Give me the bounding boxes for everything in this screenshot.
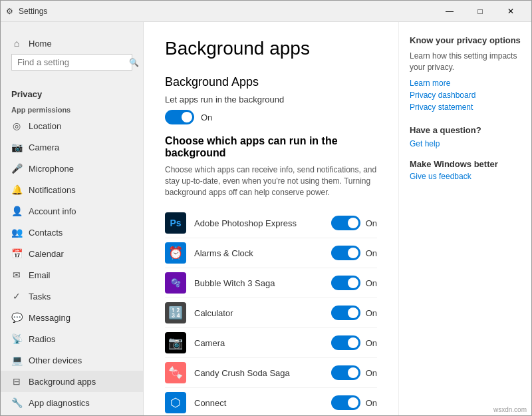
privacy-dashboard-link[interactable]: Privacy dashboard xyxy=(410,91,521,100)
app-name-candy: Candy Crush Soda Saga xyxy=(194,368,323,378)
contacts-icon: 👥 xyxy=(11,227,22,238)
home-label: Home xyxy=(29,39,52,49)
toggle-knob xyxy=(348,367,358,378)
toggle-bubble[interactable] xyxy=(331,276,360,290)
choose-section-title: Choose which apps can run in the backgro… xyxy=(165,135,377,159)
app-toggle-area-camera: On xyxy=(331,335,377,350)
app-name-connect: Connect xyxy=(194,398,323,408)
toggle-label-clock: On xyxy=(366,248,377,258)
toggle-knob xyxy=(348,337,358,348)
sidebar-item-background-apps[interactable]: ⊟ Background apps xyxy=(1,371,143,392)
app-row: 📷 Camera On xyxy=(165,328,377,358)
app-container: ⌂ Home 🔍 Privacy App permissions ◎ Locat… xyxy=(1,22,531,416)
main-toggle-label: On xyxy=(201,112,212,122)
app-name-photoshop: Adobe Photoshop Express xyxy=(194,218,323,228)
app-toggle-area-photoshop: On xyxy=(331,216,377,230)
sidebar-item-camera[interactable]: 📷 Camera xyxy=(1,136,143,158)
toggle-label-camera: On xyxy=(366,338,377,348)
app-row: ⏰ Alarms & Clock On xyxy=(165,238,377,268)
sidebar: ⌂ Home 🔍 Privacy App permissions ◎ Locat… xyxy=(1,22,144,416)
toggle-knob xyxy=(348,308,358,318)
toggle-clock[interactable] xyxy=(331,246,360,260)
other-devices-icon: 💻 xyxy=(11,355,22,365)
sidebar-item-microphone[interactable]: 🎤 Microphone xyxy=(1,158,143,179)
toggle-label-photoshop: On xyxy=(366,218,377,228)
main-toggle[interactable] xyxy=(165,110,194,124)
sidebar-item-email[interactable]: ✉ Email xyxy=(1,264,143,286)
app-diagnostics-icon: 🔧 xyxy=(11,397,22,408)
notifications-icon: 🔔 xyxy=(11,184,22,195)
minimize-button[interactable]: — xyxy=(434,1,465,22)
sidebar-item-account[interactable]: 👤 Account info xyxy=(1,200,143,222)
learn-more-link[interactable]: Learn more xyxy=(410,79,521,88)
sidebar-item-label: Background apps xyxy=(29,377,96,387)
toggle-photoshop[interactable] xyxy=(331,216,360,230)
sidebar-item-location[interactable]: ◎ Location xyxy=(1,115,143,136)
toggle-camera[interactable] xyxy=(331,335,360,350)
feedback-link[interactable]: Give us feedback xyxy=(410,172,521,181)
main-content: Background apps Background Apps Let apps… xyxy=(144,22,398,416)
app-icon-photoshop: Ps xyxy=(165,212,186,234)
app-permissions-label: App permissions xyxy=(1,102,143,115)
app-name-clock: Alarms & Clock xyxy=(194,248,323,258)
privacy-statement-link[interactable]: Privacy statement xyxy=(410,103,521,112)
sidebar-item-tasks[interactable]: ✓ Tasks xyxy=(1,286,143,307)
close-button[interactable]: ✕ xyxy=(495,1,526,22)
sidebar-item-calendar[interactable]: 📅 Calendar xyxy=(1,243,143,264)
choose-desc: Choose which apps can receive info, send… xyxy=(165,164,377,198)
know-title: Know your privacy options xyxy=(410,35,521,45)
sidebar-item-label: Email xyxy=(29,270,51,280)
sidebar-item-auto-file[interactable]: ⬇ Automatic file downloads xyxy=(1,413,143,416)
toggle-knob xyxy=(348,397,358,408)
toggle-label-candy: On xyxy=(366,368,377,378)
sidebar-item-label: Tasks xyxy=(29,292,51,302)
sidebar-item-app-diagnostics[interactable]: 🔧 App diagnostics xyxy=(1,392,143,413)
search-input[interactable] xyxy=(17,57,129,67)
sidebar-item-notifications[interactable]: 🔔 Notifications xyxy=(1,179,143,200)
app-icon-camera: 📷 xyxy=(165,332,186,353)
sidebar-item-label: Notifications xyxy=(29,185,76,195)
toggle-candy[interactable] xyxy=(331,365,360,380)
sidebar-item-label: Radios xyxy=(29,334,55,344)
toggle-label-calculator: On xyxy=(366,308,377,318)
app-icon-clock: ⏰ xyxy=(165,242,186,264)
windows-better-title: Make Windows better xyxy=(410,159,521,169)
background-apps-icon: ⊟ xyxy=(11,376,22,387)
right-panel: Know your privacy options Learn how this… xyxy=(398,22,531,416)
sidebar-item-home[interactable]: ⌂ Home xyxy=(11,33,132,54)
app-row: 🔢 Calculator On xyxy=(165,298,377,328)
microphone-icon: 🎤 xyxy=(11,163,22,174)
title-bar-controls: — □ ✕ xyxy=(434,1,526,22)
sidebar-item-other-devices[interactable]: 💻 Other devices xyxy=(1,349,143,371)
toggle-connect[interactable] xyxy=(331,395,360,410)
toggle-knob xyxy=(182,112,192,122)
app-row: ⬡ Connect On xyxy=(165,388,377,416)
settings-icon: ⚙ xyxy=(6,7,13,16)
toggle-calculator[interactable] xyxy=(331,306,360,320)
app-name-calculator: Calculator xyxy=(194,308,323,318)
maximize-button[interactable]: □ xyxy=(465,1,495,22)
watermark: wsxdn.com xyxy=(493,406,527,413)
app-toggle-area-calculator: On xyxy=(331,306,377,320)
sidebar-item-contacts[interactable]: 👥 Contacts xyxy=(1,222,143,243)
get-help-link[interactable]: Get help xyxy=(410,139,521,148)
app-icon-connect: ⬡ xyxy=(165,392,186,413)
sidebar-search[interactable]: 🔍 xyxy=(11,54,132,71)
sidebar-item-messaging[interactable]: 💬 Messaging xyxy=(1,307,143,328)
calendar-icon: 📅 xyxy=(11,248,22,259)
location-icon: ◎ xyxy=(11,120,22,131)
app-row: Ps Adobe Photoshop Express On xyxy=(165,208,377,238)
app-toggle-area-candy: On xyxy=(331,365,377,380)
account-icon: 👤 xyxy=(11,206,22,216)
app-name-camera: Camera xyxy=(194,338,323,348)
know-desc: Learn how this setting impacts your priv… xyxy=(410,51,521,73)
camera-nav-icon: 📷 xyxy=(11,142,22,152)
question-section: Have a question? Get help xyxy=(410,125,521,148)
title-bar-left: ⚙ Settings xyxy=(6,7,47,16)
toggle-knob xyxy=(348,218,358,228)
app-icon-bubble: 🫧 xyxy=(165,272,186,294)
sidebar-item-radios[interactable]: 📡 Radios xyxy=(1,328,143,349)
home-icon: ⌂ xyxy=(11,38,22,49)
search-icon: 🔍 xyxy=(129,58,139,67)
sidebar-item-label: Contacts xyxy=(29,228,63,238)
